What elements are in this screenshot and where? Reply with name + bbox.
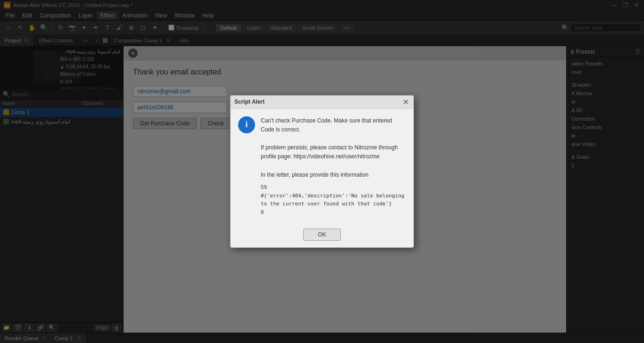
dialog-body: i Can't check Purchase Code. Make sure t… — [231, 109, 413, 224]
dialog-footer: OK — [231, 224, 413, 247]
error-data-line3: 0 — [261, 208, 406, 217]
modal-overlay: Script Alert ✕ i Can't check Purchase Co… — [0, 0, 644, 343]
dialog-message-line1: Can't check Purchase Code. Make sure tha… — [261, 116, 406, 134]
dialog-message-line3: In the letter, please provide this infor… — [261, 171, 406, 180]
dialog-text: Can't check Purchase Code. Make sure tha… — [261, 116, 406, 217]
dialog-titlebar: Script Alert ✕ — [231, 96, 413, 109]
error-data-line1: 59 — [261, 183, 406, 192]
info-icon: i — [238, 116, 255, 133]
dialog-title: Script Alert — [234, 98, 264, 105]
script-alert-dialog: Script Alert ✕ i Can't check Purchase Co… — [230, 95, 414, 248]
dialog-message-line2: If problem persists, please contact to N… — [261, 143, 406, 161]
dialog-error-data: 59 #{'error':404,'description':'No sale … — [261, 183, 406, 216]
dialog-content: i Can't check Purchase Code. Make sure t… — [238, 116, 406, 217]
dialog-close-button[interactable]: ✕ — [401, 98, 410, 106]
ok-button[interactable]: OK — [303, 229, 341, 241]
error-data-line2: #{'error':404,'description':'No sale bel… — [261, 192, 406, 208]
